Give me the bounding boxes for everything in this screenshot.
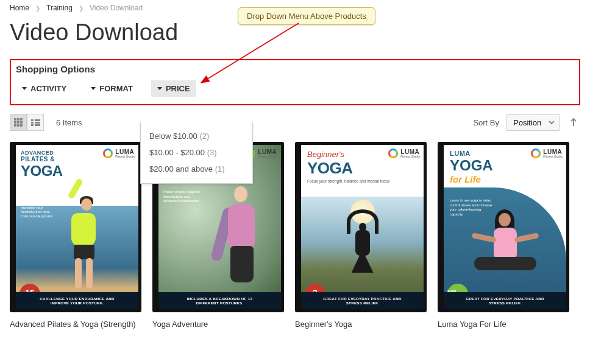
cover-bottom-bar: GREAT FOR EVERYDAY PRACTICE AND STRESS R…: [444, 292, 566, 309]
filter-row: ACTIVITY FORMAT PRICE: [16, 80, 574, 97]
breadcrumb-home[interactable]: Home: [10, 4, 29, 12]
product-name: Luma Yoga For Life: [438, 320, 569, 329]
annotation-callout: Drop Down Menu Above Products: [238, 7, 375, 25]
price-option-20-above[interactable]: $20.00 and above (1): [148, 161, 245, 177]
cover-blurb: Power vinyasa yoga for intermediate and …: [163, 190, 201, 204]
price-option-10-20[interactable]: $10.00 - $20.00 (3): [148, 144, 245, 161]
luma-logo: LUMAFitness Studio: [103, 149, 135, 158]
filter-format[interactable]: FORMAT: [85, 80, 139, 97]
sort-by-label: Sort By: [473, 118, 499, 127]
cover-line: YOGA: [21, 163, 63, 180]
shopping-options-panel: Shopping Options ACTIVITY FORMAT PRICE: [10, 59, 580, 105]
cover-line: YOGA: [307, 159, 389, 178]
filter-price[interactable]: PRICE: [151, 80, 196, 97]
cover-line: for Life: [450, 174, 493, 184]
list-icon: [31, 119, 40, 126]
cover-blurb: Increase your flexibility and tone core …: [21, 206, 57, 219]
product-name: Beginner's Yoga: [295, 320, 427, 329]
sort-select-wrap: Position: [506, 114, 560, 131]
cover-line: YOGA: [450, 157, 493, 174]
view-grid-button[interactable]: [10, 114, 27, 131]
luma-logo: LUMAFitness Studio: [531, 149, 563, 158]
cover-bottom-bar: GREAT FOR EVERYDAY PRACTICE AND STRESS R…: [301, 292, 424, 309]
option-label: Below $10.00: [149, 131, 197, 141]
price-dropdown: Below $10.00 (2) $10.00 - $20.00 (3) $20…: [140, 122, 253, 184]
luma-logo: LUMAFitness Studio: [388, 149, 420, 158]
filter-label: FORMAT: [99, 84, 133, 93]
cover-bottom-bar: INCLUDES A BREAKDOWN OF 12 DIFFERENT POS…: [158, 292, 281, 309]
product-name: Yoga Adventure: [152, 320, 284, 329]
option-count: (3): [207, 148, 217, 157]
product-card[interactable]: Beginner's YOGA Focus your strength, bal…: [295, 142, 427, 329]
cover-line: ADVANCED: [21, 150, 63, 156]
item-count: 6 Items: [56, 118, 82, 127]
filter-label: PRICE: [166, 84, 190, 93]
option-count: (1): [215, 164, 225, 173]
breadcrumb-training[interactable]: Training: [46, 4, 73, 12]
option-count: (2): [199, 131, 209, 141]
breadcrumb-current: Video Download: [90, 4, 143, 12]
view-mode-switch: [10, 114, 44, 131]
cover-bottom-bar: CHALLENGE YOUR ENDURANCE AND IMPROVE YOU…: [16, 292, 138, 309]
chevron-right-icon: ❯: [35, 5, 40, 12]
sort-select[interactable]: Position: [506, 114, 560, 131]
chevron-right-icon: ❯: [79, 5, 84, 12]
price-option-below-10[interactable]: Below $10.00 (2): [148, 128, 245, 144]
product-card[interactable]: ADVANCED PILATES & YOGA LUMAFitness Stud…: [10, 142, 141, 329]
product-grid: ADVANCED PILATES & YOGA LUMAFitness Stud…: [10, 142, 580, 329]
product-cover: ADVANCED PILATES & YOGA LUMAFitness Stud…: [10, 142, 141, 312]
arrow-up-icon: [569, 117, 578, 127]
filter-activity[interactable]: ACTIVITY: [16, 80, 73, 97]
option-label: $20.00 and above: [149, 164, 213, 173]
caret-down-icon: [157, 87, 162, 90]
cover-line: PILATES &: [21, 156, 63, 163]
shopping-options-title: Shopping Options: [16, 64, 574, 74]
filter-label: ACTIVITY: [30, 84, 66, 93]
grid-icon: [14, 118, 23, 127]
option-label: $10.00 - $20.00: [149, 148, 205, 157]
sort-direction-button[interactable]: [567, 116, 580, 129]
cover-subtitle: Focus your strength, balance and mental …: [307, 179, 389, 184]
cover-line: LUMA: [450, 150, 493, 157]
cover-line: Beginner's: [307, 150, 389, 159]
view-list-button[interactable]: [27, 114, 44, 131]
product-name: Advanced Pilates & Yoga (Strength): [10, 320, 141, 329]
product-card[interactable]: LUMA YOGA for Life LUMAFitness Studio Le…: [438, 142, 569, 329]
caret-down-icon: [22, 87, 27, 90]
caret-down-icon: [91, 87, 96, 90]
product-cover: LUMA YOGA for Life LUMAFitness Studio Le…: [438, 142, 569, 312]
product-cover: Beginner's YOGA Focus your strength, bal…: [295, 142, 427, 312]
toolbar: 6 Items Sort By Position: [10, 114, 580, 131]
